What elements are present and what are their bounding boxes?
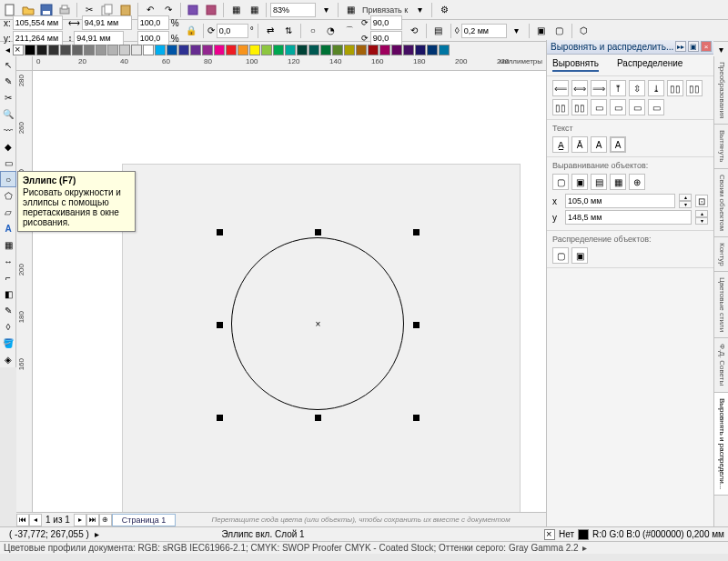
color-swatch[interactable] — [143, 45, 154, 55]
align-top-button[interactable]: ⤒ — [610, 80, 626, 96]
import-icon[interactable] — [185, 2, 201, 18]
color-swatch[interactable] — [379, 45, 390, 55]
palette-menu-icon[interactable]: ▾ — [715, 42, 726, 58]
spin-up-icon[interactable]: ▴ — [679, 194, 692, 201]
arc-mode-icon[interactable]: ⌒ — [341, 23, 358, 39]
polygon-tool-icon[interactable]: ⬠ — [0, 187, 16, 204]
no-color-swatch[interactable] — [13, 45, 24, 55]
dimension-tool-icon[interactable]: ↔ — [0, 253, 16, 269]
dist-top-button[interactable]: ▭ — [591, 99, 607, 115]
docker-tab[interactable]: Своим объектом — [714, 169, 728, 237]
basic-shapes-icon[interactable]: ▱ — [0, 204, 16, 220]
shape-tool-icon[interactable]: ✎ — [0, 73, 16, 89]
color-swatch[interactable] — [297, 45, 308, 55]
color-swatch[interactable] — [261, 45, 272, 55]
color-swatch[interactable] — [238, 45, 248, 55]
color-swatch[interactable] — [202, 45, 213, 55]
color-swatch[interactable] — [344, 45, 355, 55]
app-icon[interactable]: ▦ — [246, 2, 262, 18]
tab-distribute[interactable]: Распределение — [617, 58, 682, 72]
color-swatch[interactable] — [368, 45, 379, 55]
selection-handle-bc[interactable] — [315, 415, 321, 421]
color-swatch[interactable] — [96, 45, 106, 55]
color-swatch[interactable] — [320, 45, 331, 55]
dist-page-button[interactable]: ▣ — [571, 247, 588, 264]
arc-start-input[interactable] — [370, 15, 402, 30]
ellipse-tool-icon[interactable]: ○ — [0, 171, 16, 187]
color-swatch[interactable] — [48, 45, 59, 55]
lock-ratio-icon[interactable]: 🔒 — [183, 23, 199, 39]
align-to-point-button[interactable]: ⊕ — [629, 174, 645, 190]
next-page-button[interactable]: ▸ — [74, 514, 86, 526]
interactive-fill-icon[interactable]: ◈ — [0, 351, 16, 367]
zoom-dropdown-icon[interactable]: ▾ — [318, 2, 334, 18]
docker-tab[interactable]: Контур — [714, 237, 728, 273]
align-right-button[interactable]: ⟹ — [591, 80, 607, 96]
tab-align[interactable]: Выровнять — [552, 58, 599, 72]
color-swatch[interactable] — [72, 45, 83, 55]
selection-handle-mr[interactable] — [413, 322, 420, 328]
dist-selection-button[interactable]: ▢ — [552, 247, 569, 264]
page-tab-1[interactable]: Страница 1 — [112, 514, 176, 526]
color-swatch[interactable] — [25, 45, 35, 55]
ruler-horizontal[interactable]: миллиметры 02040608010012014016018020022… — [33, 56, 546, 71]
drawing-viewport[interactable]: × — [33, 71, 546, 512]
cursor-flyout-icon[interactable]: ▸ — [95, 529, 99, 539]
color-swatch[interactable] — [308, 45, 319, 55]
docker-tab[interactable]: Ф.Д. Советы — [714, 338, 728, 392]
mirror-v-icon[interactable]: ⇅ — [280, 23, 297, 39]
align-to-selection-button[interactable]: ▢ — [552, 174, 569, 190]
color-swatch[interactable] — [285, 45, 296, 55]
to-front-icon[interactable]: ▣ — [533, 23, 550, 39]
zoom-input[interactable] — [270, 3, 316, 17]
text-top-button[interactable]: Ā — [571, 136, 588, 153]
pie-mode-icon[interactable]: ◔ — [323, 23, 339, 39]
mirror-h-icon[interactable]: ⇄ — [262, 23, 278, 39]
dist-bottom-button[interactable]: ▭ — [629, 99, 645, 115]
text-tool-icon[interactable]: A — [0, 220, 16, 236]
selection-handle-tc[interactable] — [315, 229, 321, 235]
align-center-v-button[interactable]: ⇳ — [629, 80, 645, 96]
stroke-indicator-icon[interactable] — [578, 529, 589, 540]
export-icon[interactable] — [203, 2, 219, 18]
to-back-icon[interactable]: ▢ — [551, 23, 568, 39]
color-swatch[interactable] — [391, 45, 402, 55]
last-page-button[interactable]: ⏭ — [86, 514, 99, 526]
dist-center-v-button[interactable]: ▭ — [610, 99, 626, 115]
color-swatch[interactable] — [427, 45, 438, 55]
fill-tool-icon[interactable]: 🪣 — [0, 335, 16, 351]
dist-center-button[interactable]: ▯▯ — [686, 80, 703, 96]
selection-handle-br[interactable] — [413, 415, 420, 421]
color-swatch[interactable] — [356, 45, 367, 55]
table-tool-icon[interactable]: ▦ — [0, 236, 16, 253]
interactive-tool-icon[interactable]: ◧ — [0, 286, 16, 302]
color-swatch[interactable] — [36, 45, 47, 55]
add-page-button[interactable]: ⊕ — [99, 514, 112, 526]
rotation-input[interactable] — [217, 24, 248, 38]
dist-left-button[interactable]: ▯▯ — [667, 80, 683, 96]
docker-tab[interactable]: Вытянуть — [714, 125, 728, 168]
color-swatch[interactable] — [119, 45, 130, 55]
color-swatch[interactable] — [214, 45, 225, 55]
selection-handle-bl[interactable] — [217, 415, 223, 421]
color-swatch[interactable] — [60, 45, 71, 55]
scale-x-input[interactable] — [137, 15, 169, 30]
docker-tab[interactable]: Выровнять и распредели... — [714, 393, 728, 496]
width-input[interactable] — [82, 15, 132, 30]
outline-dropdown-icon[interactable]: ▾ — [509, 23, 525, 39]
spin-down-icon[interactable]: ▾ — [695, 217, 708, 225]
color-swatch[interactable] — [131, 45, 142, 55]
x-input[interactable] — [13, 15, 63, 30]
docker-close-icon[interactable]: × — [701, 41, 712, 52]
docker-titlebar[interactable]: Выровнять и распределить... ▸▸ ▣ × — [547, 40, 713, 55]
wrap-text-icon[interactable]: ▤ — [430, 23, 447, 39]
color-swatch[interactable] — [167, 45, 177, 55]
text-baseline-button[interactable]: A̲ — [552, 136, 569, 153]
direction-icon[interactable]: ⟲ — [406, 23, 422, 39]
docker-tab[interactable]: Преобразования — [714, 56, 728, 125]
color-swatch[interactable] — [226, 45, 237, 55]
dist-space-v-button[interactable]: ▭ — [648, 99, 664, 115]
freehand-tool-icon[interactable]: 〰 — [0, 122, 16, 138]
selection-center-icon[interactable]: × — [314, 320, 322, 328]
palette-scroll-left-icon[interactable]: ◂ — [2, 42, 13, 58]
